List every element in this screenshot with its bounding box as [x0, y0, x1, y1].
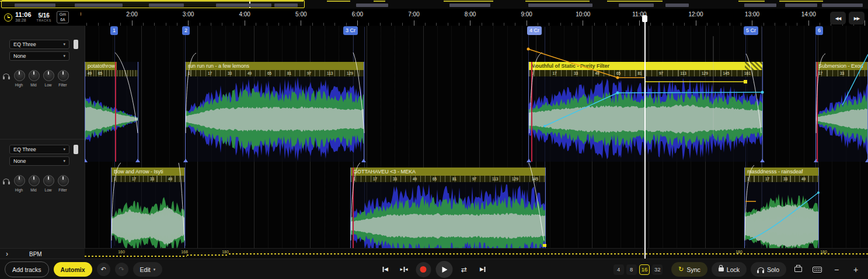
redo-icon: ↷ [119, 266, 124, 273]
quantize-32-button[interactable]: 32 [652, 264, 663, 275]
clip-title: Submersion - Exod [816, 62, 867, 70]
knob-high[interactable] [14, 70, 25, 81]
redo-button[interactable]: ↷ [115, 263, 128, 276]
audio-clip[interactable]: Mouthful of Static - Purity Filter117334… [528, 62, 763, 162]
transition-badge[interactable]: 3 Cr [343, 26, 358, 35]
printer-icon [794, 267, 802, 272]
lock-button[interactable]: Lock [712, 262, 747, 277]
knob-filter[interactable] [58, 70, 69, 81]
beat-number: 49 [595, 71, 599, 75]
expand-lane-icon[interactable]: › [6, 250, 8, 257]
play-icon [442, 267, 448, 273]
timeline-ruler[interactable]: 1:002:003:004:005:006:007:008:009:0010:0… [0, 9, 868, 26]
bpm-value: 180 [820, 250, 827, 254]
transition-hatch [745, 62, 762, 70]
ruler-time-label: 10:00 [576, 11, 590, 18]
preset-selector[interactable]: None▾ [9, 156, 69, 166]
bpm-automation-line[interactable] [187, 254, 229, 256]
knob-high[interactable] [14, 175, 25, 186]
effect-selector[interactable]: EQ Three▾ [9, 40, 69, 49]
audio-clip[interactable]: Submersion - Exod1733 [815, 62, 868, 162]
overview-clip-mark [525, 1, 590, 2]
split-icon [403, 267, 405, 272]
knob-label: Low [45, 188, 52, 192]
audio-clip[interactable]: run run run - a few lemons11733496581971… [185, 62, 364, 162]
knob-mid[interactable] [29, 175, 40, 186]
knob-low[interactable] [43, 175, 54, 186]
keyboard-shortcuts-button[interactable] [810, 262, 825, 277]
fade-handle-right[interactable] [760, 159, 765, 162]
beat-number: 33 [228, 71, 232, 75]
beat-number: 33 [840, 71, 844, 75]
cue-marker [115, 62, 116, 162]
effect-selector[interactable]: EQ Three▾ [9, 145, 69, 154]
zoom-in-icon: + [853, 265, 858, 274]
zoom-out-button[interactable]: − [829, 262, 844, 277]
beat-number: 17 [553, 71, 557, 75]
scroll-right-button[interactable]: ▶▶ [849, 12, 864, 25]
mini-fader-handle[interactable] [74, 145, 78, 154]
audio-clip[interactable]: potatothrow4965 [85, 62, 138, 162]
cue-marker [817, 62, 818, 162]
transition-badge[interactable]: 4 Cr [527, 26, 542, 35]
skip-back-button[interactable]: ◀ [378, 262, 392, 277]
clip-title: GOTTAHAVEU <3 - MEKA [351, 168, 545, 176]
solo-button[interactable]: Solo [751, 262, 786, 277]
audio-clip[interactable]: Bow and Arrow - Isyti1173349 [111, 168, 185, 248]
fade-handle-right[interactable] [361, 159, 366, 162]
bpm-automation-line[interactable] [229, 253, 868, 254]
bpm-value: 160 [118, 250, 125, 254]
undo-button[interactable]: ↶ [97, 263, 110, 276]
fade-handle-right[interactable] [135, 159, 140, 162]
split-at-playhead-button[interactable]: ▸ ◂ [397, 262, 411, 277]
transition-badge[interactable]: 6 [815, 26, 823, 35]
sidebar-bottom-row: › BPM [0, 248, 85, 259]
record-button[interactable] [416, 262, 431, 277]
skip-forward-button[interactable]: ▶ [476, 262, 490, 277]
beat-number: 33 [150, 177, 154, 181]
audio-clip[interactable]: masddnesss - rainsdeaf1173349 [744, 168, 819, 248]
automix-button[interactable]: Automix [54, 262, 92, 277]
ruler-time-label: 6:00 [352, 11, 363, 18]
quantize-4-button[interactable]: 4 [613, 264, 624, 275]
preset-selector[interactable]: None▾ [9, 51, 69, 61]
sync-icon: ↻ [678, 266, 684, 273]
add-tracks-button[interactable]: Add tracks [5, 261, 49, 277]
bpm-automation-line[interactable] [85, 256, 187, 257]
loop-button[interactable]: ⇄ [457, 262, 471, 277]
beat-number: 1 [114, 177, 116, 181]
zoom-in-button[interactable]: + [848, 262, 863, 277]
playhead-handle[interactable] [642, 15, 647, 22]
knob-mid[interactable] [29, 70, 40, 81]
overview-strip[interactable] [0, 0, 868, 9]
sync-button[interactable]: ↻ Sync [671, 262, 707, 277]
audio-clip[interactable]: GOTTAHAVEU <3 - MEKA11733496581971131291… [350, 168, 546, 248]
chevron-down-icon: ▾ [63, 147, 65, 152]
transition-badge[interactable]: 5 Cr [744, 26, 758, 35]
knob-low[interactable] [43, 70, 54, 81]
knob-filter[interactable] [58, 175, 69, 186]
session-info: 11:06 38:28 5/16 TRACKS Gm 6A [0, 9, 81, 26]
print-button[interactable] [790, 262, 806, 277]
mini-fader-handle[interactable] [74, 40, 78, 49]
fade-handle-left[interactable] [183, 159, 188, 162]
play-button[interactable] [435, 261, 452, 278]
overview-waveform-blob [785, 4, 817, 7]
transition-badge[interactable]: 1 [110, 26, 118, 35]
edit-menu-button[interactable]: Edit ▾ [133, 262, 163, 277]
quantize-16-button[interactable]: 16 [639, 264, 650, 275]
scroll-left-button[interactable]: ◀◀ [830, 12, 846, 25]
bpm-value: 180 [735, 250, 742, 254]
quantize-group: 481632 [613, 264, 663, 275]
bpm-value: 168 [181, 250, 188, 254]
quantize-8-button[interactable]: 8 [626, 264, 637, 275]
fade-handle-left[interactable] [527, 159, 531, 162]
knob-label: High [15, 188, 23, 192]
beat-number: 1 [747, 177, 750, 181]
playhead [644, 15, 646, 259]
transition-badge[interactable]: 2 [182, 26, 190, 35]
overview-waveform-blob [75, 4, 123, 7]
clip-beat-ruler: 4965 [85, 70, 138, 76]
bpm-automation-lane[interactable]: 160168180180180 [85, 248, 868, 259]
fade-handle-right[interactable] [865, 159, 868, 162]
